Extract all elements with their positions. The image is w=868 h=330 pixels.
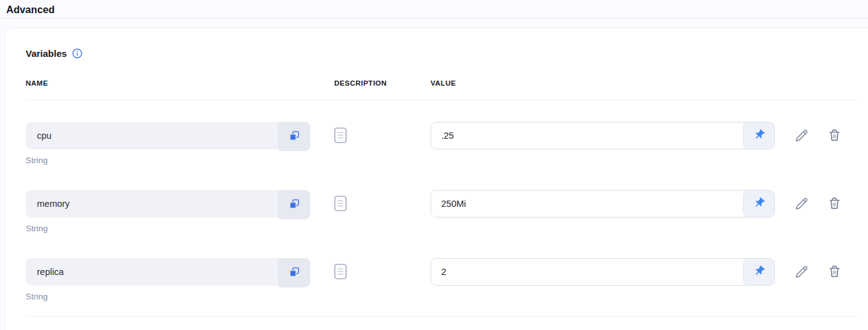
copy-icon <box>288 198 300 212</box>
variables-section-title: Variables <box>26 48 67 59</box>
variable-name-input[interactable] <box>26 190 310 218</box>
value-field <box>431 122 775 149</box>
table-row: String <box>26 122 868 165</box>
copy-button[interactable] <box>278 122 310 151</box>
pushpin-icon <box>753 197 765 211</box>
variables-rows: String <box>26 122 868 301</box>
delete-button[interactable] <box>827 128 842 145</box>
trash-icon <box>827 264 842 281</box>
description-cell <box>334 122 431 146</box>
pin-button[interactable] <box>743 191 774 217</box>
variables-panel: Variables NAME DESCRIPTION VALUE String <box>5 28 868 330</box>
trash-icon <box>827 196 842 213</box>
copy-button[interactable] <box>278 190 310 219</box>
variable-type-label: String <box>26 292 310 301</box>
advanced-section-header: Advanced <box>0 0 868 19</box>
copy-button[interactable] <box>278 258 310 288</box>
document-icon <box>334 128 347 145</box>
variable-name-input[interactable] <box>26 258 310 286</box>
name-cell: String <box>26 122 310 165</box>
variable-value-input[interactable] <box>431 191 743 217</box>
column-header-name: NAME <box>26 79 334 87</box>
pencil-icon <box>794 196 810 214</box>
variable-value-input[interactable] <box>431 259 743 285</box>
header-divider <box>26 100 858 101</box>
pencil-icon <box>794 264 810 282</box>
edit-button[interactable] <box>794 128 810 146</box>
name-field <box>26 122 310 149</box>
value-cell <box>431 258 775 286</box>
edit-button[interactable] <box>794 264 810 282</box>
trash-icon <box>827 128 842 145</box>
value-field <box>431 258 775 286</box>
bottom-row-divider <box>26 316 858 317</box>
description-button[interactable] <box>334 196 347 213</box>
name-cell: String <box>26 258 310 301</box>
variable-type-label: String <box>26 224 310 233</box>
page-title: Advanced <box>6 4 54 15</box>
description-cell <box>334 258 431 282</box>
delete-button[interactable] <box>827 196 842 213</box>
document-icon <box>334 264 347 281</box>
pin-button[interactable] <box>743 122 774 149</box>
column-header-description: DESCRIPTION <box>334 79 431 87</box>
variables-title-row: Variables <box>26 48 868 59</box>
column-header-value: VALUE <box>431 79 868 87</box>
pushpin-icon <box>753 129 765 143</box>
pin-button[interactable] <box>743 259 774 285</box>
copy-icon <box>288 130 300 144</box>
table-row: String <box>26 258 868 301</box>
name-cell: String <box>26 190 310 233</box>
description-cell <box>334 190 431 214</box>
value-field <box>431 190 775 218</box>
table-column-headers: NAME DESCRIPTION VALUE <box>26 79 868 87</box>
variable-value-input[interactable] <box>431 122 743 149</box>
table-row: String <box>26 190 868 233</box>
name-field <box>26 258 310 286</box>
name-field <box>26 190 310 218</box>
pushpin-icon <box>753 265 765 279</box>
description-button[interactable] <box>334 128 347 145</box>
pencil-icon <box>794 128 810 146</box>
info-icon[interactable] <box>72 48 83 59</box>
copy-icon <box>288 266 300 280</box>
description-button[interactable] <box>334 264 347 281</box>
document-icon <box>334 196 347 213</box>
value-cell <box>431 190 775 218</box>
variable-type-label: String <box>26 156 310 165</box>
edit-button[interactable] <box>794 196 810 214</box>
variable-name-input[interactable] <box>26 122 310 149</box>
value-cell <box>431 122 775 149</box>
delete-button[interactable] <box>827 264 842 281</box>
